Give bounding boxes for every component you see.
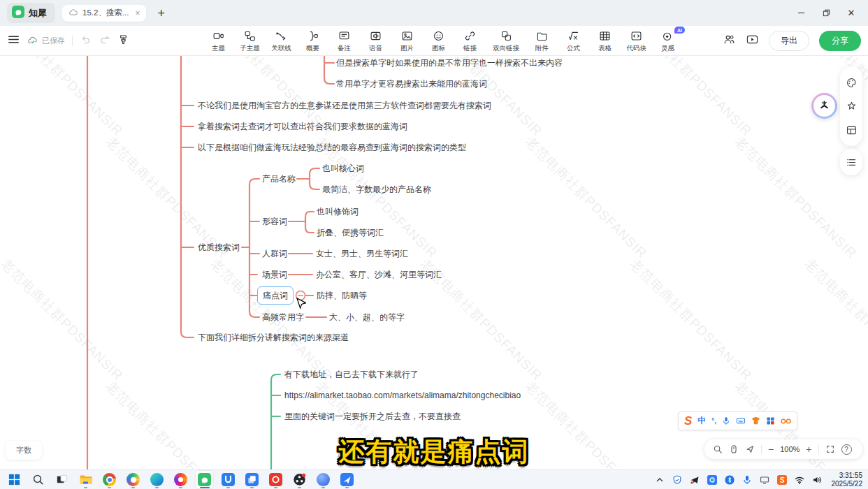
toolbar-item-bidirectional-link[interactable]: 双向链接 (487, 28, 525, 53)
toolbar-item-table[interactable]: 表格 (591, 28, 619, 53)
toolbar-item-emoji-icon[interactable]: 图标 (424, 28, 453, 53)
toolbar-item-attachment[interactable]: 附件 (528, 28, 556, 53)
minimize-button[interactable] (791, 5, 811, 22)
toolbar-item-relation-line[interactable]: 关联线 (267, 28, 296, 53)
u-app-button[interactable] (219, 471, 237, 488)
bluetooth-icon[interactable] (724, 474, 736, 486)
mindmap-canvas[interactable]: 老范电商社群PDSFANSIR老范电商社群PDSFANSIR老范电商社群PDSF… (0, 56, 868, 469)
mindmap-node[interactable]: 里面的关键词一定要拆开之后去查，不要直接查 (284, 411, 461, 422)
ime-mode-chinese[interactable]: 中 (697, 415, 706, 427)
restore-button[interactable] (816, 5, 836, 22)
export-button[interactable]: 导出 (769, 31, 809, 51)
formula-icon (567, 30, 579, 43)
telegram-icon[interactable] (689, 474, 701, 486)
obs-button[interactable] (291, 471, 308, 488)
mindmap-node[interactable]: 人群词 (262, 248, 287, 259)
toolbar-item-subtopic[interactable]: 子主题 (236, 28, 264, 53)
mindmap-node[interactable]: 不论我们是使用淘宝官方的生意参谋还是使用第三方软件查词都需要先有搜索词 (198, 100, 491, 111)
mindmap-node[interactable]: 大、小、超、的等字 (329, 312, 405, 323)
tray-chevron-icon[interactable] (654, 474, 666, 486)
attachment-icon (536, 30, 548, 43)
mindmap-node[interactable]: 折叠、便携等词汇 (317, 227, 384, 238)
mindmap-node[interactable]: 有下载地址，自己去下载下来就行了 (284, 369, 419, 380)
toolbar-item-image[interactable]: 图片 (393, 28, 421, 53)
ime-mic-icon[interactable] (722, 416, 730, 425)
document-tab[interactable]: 15.2、搜索... × (62, 5, 146, 22)
toolbar-item-code-block[interactable]: 代码块 (622, 28, 651, 53)
zhixi-icon (198, 473, 211, 486)
ime-keyboard-icon[interactable] (736, 416, 746, 425)
mindmap-node[interactable]: 女士、男士、男生等词汇 (316, 248, 408, 259)
sogou-logo-icon[interactable]: S (684, 415, 692, 427)
mindmap-node[interactable]: 以下是根据咱们做蓝海玩法经验总结的最容易查到蓝海词的搜索词的类型 (198, 142, 466, 153)
mindmap-node[interactable]: 也叫修饰词 (317, 206, 359, 217)
video-tutorial-icon[interactable] (746, 33, 759, 49)
security-shield-icon[interactable] (672, 474, 683, 486)
zhixi-app-button[interactable] (196, 471, 213, 488)
mindmap-node[interactable]: 产品名称 (262, 173, 296, 184)
mindmap-node[interactable]: 常用单字才更容易搜索出来能用的蓝海词 (336, 78, 487, 89)
volume-icon[interactable] (811, 474, 823, 486)
zhixi-tray-icon[interactable] (707, 474, 718, 486)
mindmap-node[interactable]: 也叫核心词 (322, 163, 364, 174)
beautify-button[interactable] (840, 94, 862, 118)
tab-close-icon[interactable]: × (135, 8, 140, 18)
display-cast-icon[interactable] (759, 474, 771, 486)
trade-app-button[interactable] (338, 471, 356, 488)
new-tab-button[interactable]: + (157, 7, 165, 20)
mindmap-node[interactable]: 但是搜索单字时如果使用的是不常用字也一样搜索不出来内容 (336, 57, 563, 68)
chrome-button[interactable] (101, 471, 118, 488)
ime-toolbox-icon[interactable] (766, 416, 775, 425)
toolbar-item-note[interactable]: 备注 (330, 28, 359, 53)
menu-hamburger-icon[interactable] (7, 33, 20, 49)
start-button[interactable] (6, 471, 23, 488)
edge-button[interactable] (148, 471, 166, 488)
blue-circle-app-button[interactable] (314, 471, 332, 488)
mindmap-node[interactable]: 最简洁、字数最少的产品名称 (322, 184, 431, 195)
outline-list-button[interactable] (840, 150, 862, 174)
ime-custom-icon[interactable] (781, 418, 791, 425)
chrome-icon (103, 473, 116, 486)
toolbar-item-theme[interactable]: 主题 (204, 28, 233, 53)
theme-style-button[interactable] (840, 71, 862, 94)
mindmap-node[interactable]: 下面我们详细拆分讲解搜索词的来源渠道 (198, 332, 349, 343)
app-home-tab[interactable]: 知犀 (7, 3, 55, 23)
mindmap-node-parent[interactable]: 优质搜索词 (198, 242, 240, 253)
file-explorer-button[interactable] (77, 471, 94, 488)
sogou-ime-toolbar[interactable]: S 中 °, (678, 411, 797, 430)
red-app-button[interactable] (267, 471, 284, 488)
mindmap-node-url[interactable]: https://alimarket.taobao.com/markets/ali… (284, 390, 521, 401)
docs-app-button[interactable] (243, 471, 261, 488)
undo-button[interactable] (80, 34, 92, 48)
toolbar-item-formula[interactable]: 公式 (559, 28, 588, 53)
toolbar-item-summary[interactable]: 概要 (298, 28, 327, 53)
microphone-icon[interactable] (742, 474, 753, 486)
sogou-tray-icon[interactable] (776, 474, 788, 486)
mindmap-node-selected[interactable]: 痛点词 (257, 286, 294, 305)
browser-swirl-button[interactable] (172, 471, 189, 488)
toolbar-item-voice[interactable]: 语音 (361, 28, 390, 53)
toolbar-item-inspiration[interactable]: 灵感AI (653, 28, 682, 53)
close-button[interactable]: ✕ (841, 5, 861, 22)
toolbar-item-link[interactable]: 链接 (456, 28, 484, 53)
ai-assistant-button[interactable] (811, 93, 837, 119)
browser-360-button[interactable] (124, 471, 142, 488)
layout-button[interactable] (840, 118, 862, 142)
cloud-saved-icon (27, 35, 38, 46)
punctuation-toggle[interactable]: °, (711, 417, 716, 425)
mindmap-node[interactable]: 办公室、客厅、沙滩、河里等词汇 (316, 269, 442, 280)
mindmap-node[interactable]: 拿着搜索词去查词才可以查出符合我们要求数据的蓝海词 (198, 121, 407, 132)
wifi-icon[interactable] (794, 474, 806, 486)
format-painter-button[interactable] (117, 34, 129, 48)
share-button[interactable]: 分享 (819, 31, 861, 51)
mindmap-node[interactable]: 高频常用字 (262, 312, 304, 323)
ime-skin-icon[interactable] (751, 416, 760, 425)
taskbar-search-button[interactable] (29, 471, 47, 488)
taskbar-clock[interactable]: 3:31:55 2025/5/22 (829, 472, 863, 488)
mindmap-node[interactable]: 场景词 (262, 269, 287, 280)
task-view-button[interactable] (53, 471, 71, 488)
mindmap-node[interactable]: 形容词 (262, 216, 287, 227)
mindmap-node[interactable]: 防摔、防晒等 (317, 290, 367, 301)
redo-button[interactable] (99, 34, 110, 48)
collaborate-icon[interactable] (723, 33, 736, 49)
